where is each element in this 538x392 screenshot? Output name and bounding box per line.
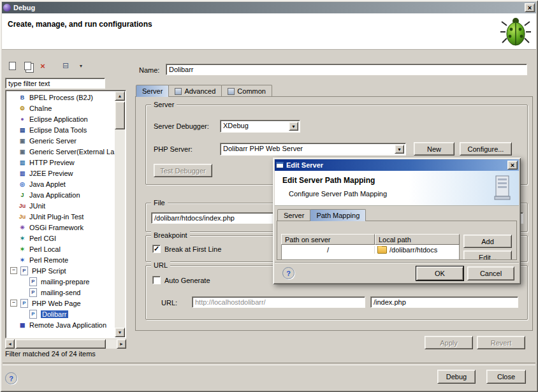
column-header-local-path[interactable]: Local path: [375, 234, 460, 245]
tree-item-junit[interactable]: JuJUnit: [6, 200, 115, 211]
duplicate-config-button[interactable]: [22, 60, 33, 71]
url-path-input[interactable]: [370, 296, 518, 308]
chevron-down-icon[interactable]: ▼: [289, 122, 298, 131]
filter-status: Filter matched 24 of 24 items: [5, 350, 96, 358]
tree-item-generic-server-external-la[interactable]: ▣Generic Server(External La: [6, 146, 115, 157]
file-group-legend: File: [151, 199, 168, 207]
tree-item-perl-remote[interactable]: ✶Perl Remote: [6, 254, 115, 265]
column-header-path-on-server[interactable]: Path on server: [281, 234, 375, 245]
j2ee-preview-icon: ▥: [18, 169, 27, 177]
app-icon: [3, 4, 11, 11]
bpel-process-icon: B: [18, 93, 27, 101]
test-debugger-button[interactable]: Test Debugger: [154, 164, 212, 177]
dialog-help-button[interactable]: ?: [282, 267, 294, 279]
new-config-button[interactable]: [6, 60, 18, 71]
checkbox-checked-icon[interactable]: ✓: [152, 245, 161, 253]
configure-server-button[interactable]: Configure...: [460, 142, 512, 156]
tree-item-java-application[interactable]: JJava Application: [6, 189, 115, 200]
tree-horizontal-scrollbar[interactable]: ◄ ►: [5, 339, 126, 349]
break-first-line-label: Break at First Line: [164, 245, 221, 253]
tree-item-perl-cgi[interactable]: ✶Perl CGI: [6, 233, 115, 243]
junit-plugin-test-icon: Ju: [18, 212, 27, 221]
break-first-line-option[interactable]: ✓ Break at First Line: [152, 245, 221, 253]
tree-item-mailing-send[interactable]: Pmailing-send: [6, 287, 115, 298]
java-applet-icon: ◎: [18, 180, 27, 188]
revert-button[interactable]: Revert: [477, 336, 525, 349]
tree-item-osgi-framework[interactable]: ✳OSGi Framework: [6, 222, 115, 233]
vertical-scroll-thumb[interactable]: [115, 101, 125, 129]
ok-button[interactable]: OK: [416, 266, 463, 280]
add-mapping-button[interactable]: Add: [463, 235, 512, 248]
cancel-button[interactable]: Cancel: [467, 266, 514, 280]
php-server-select[interactable]: Dolibarr PHP Web Server ▼: [220, 143, 406, 156]
dialog-icon: [276, 162, 284, 168]
apply-button[interactable]: Apply: [425, 336, 473, 349]
edit-server-title: Edit Server: [286, 161, 323, 169]
chaine-icon: ⚙: [18, 104, 27, 112]
tab-advanced-label: Advanced: [184, 85, 215, 97]
tab-path-mapping[interactable]: Path Mapping: [310, 209, 366, 221]
local-path-cell: /dolibarr/htdocs: [375, 246, 459, 254]
tree-item-php-script[interactable]: −PPHP Script: [6, 265, 115, 276]
tab-common[interactable]: Common: [221, 85, 272, 97]
close-button[interactable]: Close: [486, 370, 526, 384]
tree-item-junit-plug-in-test[interactable]: JuJUnit Plug-in Test: [6, 211, 115, 222]
tree-item-label: Java Application: [29, 191, 80, 199]
collapse-all-button[interactable]: ⊟: [60, 60, 71, 71]
tree-item-perl-local[interactable]: ✶Perl Local: [6, 243, 115, 254]
horizontal-scroll-thumb[interactable]: [15, 339, 106, 349]
edit-server-tabs: Server Path Mapping: [277, 209, 365, 221]
collapse-node-icon[interactable]: −: [10, 300, 17, 307]
help-button[interactable]: ?: [5, 372, 17, 384]
tree-item-label: Chaîne: [29, 105, 52, 112]
edit-server-header: Edit Server Path Mapping Configure Serve…: [275, 171, 519, 206]
scroll-down-icon[interactable]: ▼: [115, 328, 125, 337]
generic-server-icon: ▣: [18, 136, 27, 145]
name-input[interactable]: [166, 64, 527, 75]
tree-item-label: Generic Server: [29, 137, 76, 145]
perl-cgi-icon: ✶: [18, 234, 27, 242]
tab-advanced[interactable]: Advanced: [168, 85, 222, 97]
edit-mapping-button-label: Edit...: [479, 254, 497, 261]
url-base-input[interactable]: [192, 296, 365, 308]
tab-server[interactable]: Server: [136, 85, 169, 97]
mapping-row[interactable]: //dolibarr/htdocs: [282, 245, 459, 255]
tree-item-cha-ne[interactable]: ⚙Chaîne: [6, 103, 115, 113]
tree-item-dolibarr[interactable]: PDolibarr: [6, 309, 115, 319]
tree-item-generic-server[interactable]: ▣Generic Server: [6, 135, 115, 146]
chevron-down-icon[interactable]: ▼: [395, 145, 404, 154]
tree-item-eclipse-data-tools[interactable]: ▤Eclipse Data Tools: [6, 124, 115, 135]
edit-mapping-button[interactable]: Edit...: [463, 250, 512, 260]
debug-button[interactable]: Debug: [437, 370, 476, 384]
edit-server-close-button[interactable]: ×: [507, 161, 518, 170]
collapse-node-icon[interactable]: −: [10, 267, 17, 274]
scroll-right-icon[interactable]: ►: [117, 339, 126, 349]
window-close-button[interactable]: ×: [525, 3, 535, 12]
tree-item-j2ee-preview[interactable]: ▥J2EE Preview: [6, 168, 115, 178]
config-tree: BBPEL Process (B2J)⚙Chaîne●Eclipse Appli…: [5, 90, 126, 338]
delete-config-button[interactable]: ×: [37, 60, 48, 71]
remote-java-application-icon: ▦: [18, 321, 27, 329]
tree-item-php-web-page[interactable]: −PPHP Web Page: [6, 298, 115, 309]
php-web-page-icon: P: [20, 299, 28, 308]
scroll-left-icon[interactable]: ◄: [5, 339, 15, 349]
tree-item-label: Perl CGI: [29, 235, 56, 242]
server-debugger-select[interactable]: XDebug ▼: [220, 120, 300, 133]
tree-vertical-scrollbar[interactable]: ▲ ▼: [115, 91, 125, 337]
new-server-button[interactable]: New: [414, 142, 454, 156]
tree-item-http-preview[interactable]: ▥HTTP Preview: [6, 157, 115, 168]
tree-item-mailing-prepare[interactable]: Pmailing-prepare: [6, 276, 115, 287]
filter-input[interactable]: [5, 78, 105, 89]
php-server-value: Dolibarr PHP Web Server: [221, 143, 405, 155]
php-server-label: PHP Server:: [154, 145, 193, 153]
tree-item-label: PHP Script: [32, 267, 66, 275]
filter-menu-button[interactable]: ▾: [75, 60, 87, 71]
checkbox-unchecked-icon[interactable]: [152, 276, 161, 284]
tree-item-bpel-process-b2j[interactable]: BBPEL Process (B2J): [6, 92, 115, 103]
tree-item-remote-java-application[interactable]: ▦Remote Java Application: [6, 319, 115, 330]
scroll-up-icon[interactable]: ▲: [115, 91, 125, 101]
tree-item-java-applet[interactable]: ◎Java Applet: [6, 178, 115, 189]
tab-dialog-server[interactable]: Server: [277, 209, 310, 221]
tree-item-eclipse-application[interactable]: ●Eclipse Application: [6, 113, 115, 124]
auto-generate-option[interactable]: Auto Generate: [152, 276, 210, 284]
